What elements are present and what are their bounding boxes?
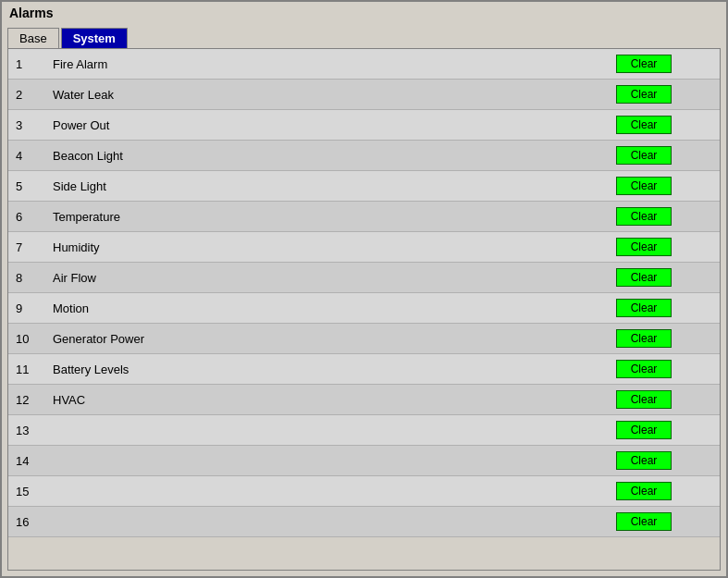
alarm-label [45, 487, 609, 495]
clear-button[interactable]: Clear [616, 299, 672, 317]
clear-button[interactable]: Clear [616, 207, 672, 226]
alarm-label: Side Light [45, 176, 609, 197]
clear-button[interactable]: Clear [616, 421, 672, 439]
alarm-row: 1Fire AlarmClear [8, 49, 720, 80]
clear-button[interactable]: Clear [616, 177, 672, 195]
row-number: 8 [8, 267, 45, 289]
row-action-area: Clear [609, 326, 720, 351]
alarm-label: Water Leak [45, 84, 609, 105]
row-number: 5 [8, 176, 45, 197]
tab-bar: Base System [2, 24, 726, 48]
alarm-label: HVAC [45, 389, 609, 411]
row-number: 15 [8, 481, 45, 502]
alarm-label: Generator Power [45, 328, 609, 350]
clear-button[interactable]: Clear [616, 85, 672, 104]
row-action-area: Clear [609, 356, 720, 382]
alarm-row: 15Clear [8, 476, 720, 507]
alarm-row: 9MotionClear [8, 293, 720, 324]
row-number: 3 [8, 115, 45, 136]
row-number: 1 [8, 54, 45, 75]
clear-button[interactable]: Clear [616, 238, 672, 256]
alarm-label [45, 518, 609, 525]
alarm-label: Beacon Light [45, 145, 609, 166]
alarm-row: 13Clear [8, 415, 720, 446]
alarm-row: 12HVACClear [8, 385, 720, 415]
clear-button[interactable]: Clear [616, 116, 672, 134]
clear-button[interactable]: Clear [616, 482, 672, 500]
row-number: 7 [8, 237, 45, 258]
window-title: Alarms [2, 2, 726, 24]
row-action-area: Clear [609, 509, 720, 535]
row-action-area: Clear [609, 51, 720, 77]
row-number: 16 [8, 511, 45, 533]
tab-base[interactable]: Base [7, 28, 59, 48]
alarm-row: 11Battery LevelsClear [8, 354, 720, 385]
row-action-area: Clear [609, 387, 720, 412]
content-area: 1Fire AlarmClear2Water LeakClear3Power O… [7, 48, 721, 571]
alarm-row: 2Water LeakClear [8, 80, 720, 110]
clear-button[interactable]: Clear [616, 390, 672, 409]
alarm-label: Temperature [45, 206, 609, 228]
row-number: 13 [8, 420, 45, 441]
row-action-area: Clear [609, 203, 720, 229]
row-number: 6 [8, 206, 45, 228]
row-action-area: Clear [609, 448, 720, 473]
row-number: 14 [8, 450, 45, 472]
row-action-area: Clear [609, 173, 720, 199]
alarm-row: 3Power OutClear [8, 110, 720, 141]
alarm-label: Power Out [45, 115, 609, 136]
alarm-label: Motion [45, 298, 609, 319]
clear-button[interactable]: Clear [616, 451, 672, 470]
clear-button[interactable]: Clear [616, 512, 672, 531]
alarms-window: Alarms Base System 1Fire AlarmClear2Wate… [0, 0, 728, 578]
clear-button[interactable]: Clear [616, 55, 672, 73]
clear-button[interactable]: Clear [616, 329, 672, 348]
row-number: 10 [8, 328, 45, 350]
tab-system[interactable]: System [61, 28, 128, 48]
alarm-row: 5Side LightClear [8, 171, 720, 202]
row-action-area: Clear [609, 81, 720, 107]
alarm-label: Humidity [45, 237, 609, 258]
row-action-area: Clear [609, 234, 720, 260]
row-number: 4 [8, 145, 45, 166]
alarm-row: 16Clear [8, 507, 720, 537]
row-action-area: Clear [609, 295, 720, 321]
alarm-row: 14Clear [8, 446, 720, 476]
row-action-area: Clear [609, 112, 720, 138]
row-action-area: Clear [609, 264, 720, 290]
row-number: 11 [8, 359, 45, 380]
row-action-area: Clear [609, 478, 720, 504]
alarm-row: 8Air FlowClear [8, 263, 720, 293]
alarm-label: Fire Alarm [45, 54, 609, 75]
alarm-label [45, 457, 609, 464]
row-number: 12 [8, 389, 45, 411]
alarm-label [45, 426, 609, 434]
row-action-area: Clear [609, 417, 720, 443]
alarm-table: 1Fire AlarmClear2Water LeakClear3Power O… [8, 49, 720, 570]
clear-button[interactable]: Clear [616, 146, 672, 165]
row-action-area: Clear [609, 142, 720, 168]
alarm-row: 7HumidityClear [8, 232, 720, 263]
alarm-row: 4Beacon LightClear [8, 141, 720, 171]
alarm-row: 10Generator PowerClear [8, 324, 720, 354]
row-number: 9 [8, 298, 45, 319]
alarm-label: Battery Levels [45, 359, 609, 380]
alarm-row: 6TemperatureClear [8, 202, 720, 232]
alarm-label: Air Flow [45, 267, 609, 289]
row-number: 2 [8, 84, 45, 105]
clear-button[interactable]: Clear [616, 360, 672, 378]
clear-button[interactable]: Clear [616, 268, 672, 287]
